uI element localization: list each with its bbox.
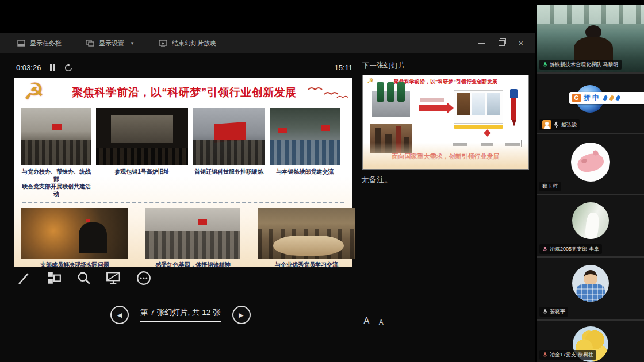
dashed-divider bbox=[22, 202, 344, 203]
preview-graphic-pen bbox=[510, 89, 518, 127]
g-logo-icon: G bbox=[572, 94, 581, 102]
photo-caption: 感受红色基因，体悟钢铁精神 bbox=[156, 261, 231, 268]
preview-highlight-bar bbox=[454, 125, 503, 129]
photo-caption: 与党办校办、帮扶办、统战部 联合党支部开展联创共建活动 bbox=[21, 168, 91, 198]
participant-tile[interactable]: 裴晓宇 bbox=[537, 258, 644, 319]
current-slide[interactable]: ☭ 聚焦科学前沿，以“科研梦”引领行业创新发展 与党办校办、帮扶办、统战部 联合… bbox=[14, 78, 352, 267]
slide-title: 聚焦科学前沿，以“科研梦”引领行业创新发展 bbox=[14, 78, 352, 100]
window-controls: × bbox=[478, 39, 529, 47]
annotation-toolbar bbox=[15, 269, 153, 287]
sidebar-top-gap bbox=[537, 0, 644, 5]
pause-timer-button[interactable] bbox=[50, 64, 55, 71]
preview-graphic-towers bbox=[372, 91, 410, 117]
avatar bbox=[572, 202, 609, 239]
participant-name: 魏玉哲 bbox=[542, 183, 558, 190]
mic-icon bbox=[542, 352, 547, 359]
chevron-down-icon: ▼ bbox=[130, 41, 135, 46]
timer-row: 0:03:26 bbox=[16, 63, 72, 72]
show-taskbar-button[interactable]: 显示任务栏 bbox=[17, 39, 62, 48]
participant-name: 赵弘骏 bbox=[561, 121, 577, 129]
preview-arrow bbox=[419, 105, 447, 111]
photo-joint-activity bbox=[21, 108, 91, 165]
next-slide-preview[interactable]: 聚焦科学前沿，以“科研梦”引领行业创新发展 ☭ 面向国家重大需求，创新引领行业发… bbox=[362, 75, 529, 170]
slide-grid-icon bbox=[47, 271, 62, 286]
participant-name: 冶金17党支-徐树壮 bbox=[550, 351, 593, 359]
next-slide-button[interactable]: ▶ bbox=[232, 306, 251, 324]
participant-name-tag: 冶金17党支-徐树壮 bbox=[539, 350, 596, 360]
photo-caption: 与本钢炼铁部党建交流 bbox=[277, 168, 334, 175]
increase-font-button[interactable]: A bbox=[363, 316, 370, 326]
notes-font-controls: A A bbox=[363, 316, 384, 326]
participant-name-tag: 裴晓宇 bbox=[539, 307, 568, 317]
decrease-font-button[interactable]: A bbox=[379, 318, 384, 326]
participant-name: 冶炼2005党支部-李卓 bbox=[550, 245, 599, 253]
preview-haze bbox=[363, 143, 528, 169]
mic-icon bbox=[542, 61, 547, 68]
share-banner: G 拼中 bbox=[569, 92, 644, 104]
restart-timer-button[interactable] bbox=[64, 64, 72, 72]
participant-name-tag: 魏玉哲 赵弘骏 bbox=[539, 119, 580, 130]
photo-caption: 首钢迁钢科技服务挂职锻炼 bbox=[194, 168, 263, 175]
preview-flow-node bbox=[484, 129, 491, 137]
participant-name-tag: 炼铁新技术合理化梯队 马黎明 bbox=[539, 60, 622, 70]
restart-icon bbox=[64, 64, 72, 72]
see-all-slides-button[interactable] bbox=[45, 269, 63, 287]
banner-glyph bbox=[616, 95, 621, 101]
end-slideshow-button[interactable]: 结束幻灯片放映 bbox=[159, 39, 216, 48]
presenter-toolbar: 显示任务栏 显示设置 ▼ 结束幻灯片放映 × bbox=[0, 33, 535, 53]
zoom-slide-button[interactable] bbox=[75, 269, 93, 287]
photo-red-gene bbox=[145, 208, 240, 259]
previous-slide-button[interactable]: ◀ bbox=[110, 306, 129, 324]
banner-text: 拼中 bbox=[584, 93, 601, 103]
pig-avatar-graphic bbox=[576, 151, 605, 174]
participant-tile[interactable]: 冶金17党支-徐树壮 bbox=[537, 321, 644, 362]
party-emblem-icon: ☭ bbox=[367, 76, 374, 85]
avatar-graphic bbox=[585, 212, 600, 239]
notes-placeholder: 无备注。 bbox=[361, 175, 392, 185]
magnifier-icon bbox=[76, 271, 91, 286]
display-settings-icon bbox=[86, 40, 94, 47]
mic-icon bbox=[542, 309, 547, 315]
photo-row-1: 与党办校办、帮扶办、统战部 联合党支部开展联创共建活动 参观包钢1号高炉旧址 首… bbox=[14, 105, 352, 198]
video-background bbox=[537, 5, 644, 24]
participant-tile-video[interactable]: 炼铁新技术合理化梯队 马黎明 bbox=[537, 5, 644, 72]
avatar bbox=[572, 265, 609, 302]
participant-name-tag: 魏玉哲 bbox=[539, 182, 561, 191]
party-emblem-icon: ☭ bbox=[20, 78, 48, 105]
banner-glyph bbox=[603, 95, 608, 101]
pen-tool-button[interactable] bbox=[15, 269, 33, 287]
participant-tile[interactable]: 魏玉哲 bbox=[537, 134, 644, 194]
pen-icon bbox=[17, 271, 32, 286]
slide-header: ☭ 聚焦科学前沿，以“科研梦”引领行业创新发展 bbox=[14, 78, 352, 105]
slide-navigation: ◀ 第 7 张幻灯片, 共 12 张 ▶ bbox=[110, 306, 251, 324]
photo-baogang-furnace bbox=[96, 108, 188, 165]
photo-bengang-exchange bbox=[270, 108, 340, 165]
black-screen-button[interactable] bbox=[105, 269, 123, 287]
preview-arrow-label bbox=[420, 98, 444, 102]
avatar bbox=[571, 143, 610, 182]
restore-button[interactable] bbox=[499, 40, 505, 46]
photo-caption: 参观包钢1号高炉旧址 bbox=[114, 168, 170, 175]
close-button[interactable]: × bbox=[519, 39, 523, 47]
minimize-button[interactable] bbox=[478, 43, 485, 44]
participant-name-tag: 冶炼2005党支部-李卓 bbox=[539, 244, 602, 254]
participant-tile[interactable]: 冶炼2005党支部-李卓 bbox=[537, 195, 644, 256]
mic-icon bbox=[554, 121, 559, 128]
photo-meeting-exchange bbox=[258, 208, 355, 259]
current-time: 15:11 bbox=[321, 63, 352, 72]
photo-shougang-flag bbox=[193, 108, 265, 165]
elapsed-timer: 0:03:26 bbox=[16, 63, 41, 72]
photo-row-2: 支部成员解决现场实际问题 感受红色基因，体悟钢铁精神 与企业优秀党员学习交流 bbox=[14, 205, 352, 268]
next-slide-label: 下一张幻灯片 bbox=[362, 61, 405, 71]
black-screen-icon bbox=[106, 271, 122, 286]
avatar-graphic bbox=[584, 270, 597, 286]
more-options-button[interactable] bbox=[135, 269, 153, 287]
end-slideshow-icon bbox=[159, 40, 167, 47]
participant-tile-screenshare[interactable]: G 拼中 魏玉哲 赵弘骏 bbox=[537, 74, 644, 133]
participant-name: 裴晓宇 bbox=[550, 308, 565, 315]
participant-name: 炼铁新技术合理化梯队 马黎明 bbox=[550, 61, 619, 68]
photo-onsite-problem bbox=[21, 208, 128, 259]
photo-caption: 与企业优秀党员学习交流 bbox=[275, 261, 338, 268]
ellipsis-icon bbox=[136, 271, 151, 286]
display-settings-button[interactable]: 显示设置 ▼ bbox=[86, 39, 135, 48]
